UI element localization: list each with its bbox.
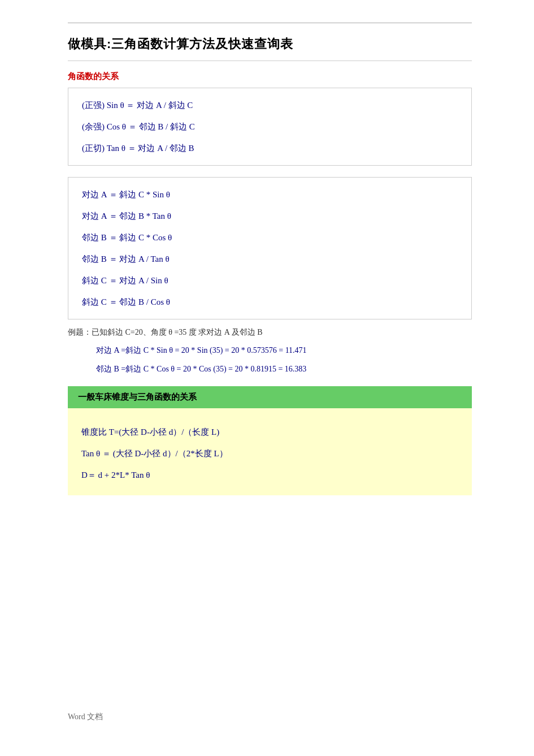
taper-header-box: 一般车床锥度与三角函数的关系 xyxy=(68,386,472,408)
derived-formula-1: 对边 A ＝ 斜边 C * Sin θ xyxy=(82,188,458,201)
example-title: 例题：已知斜边 C=20、角度 θ =35 度 求对边 A 及邻边 B xyxy=(68,327,472,338)
title-divider xyxy=(68,61,472,61)
footer-text: Word 文档 xyxy=(68,712,103,722)
taper-formula-2: Tan θ ＝ (大径 D-小径 d）/（2*长度 L） xyxy=(81,447,458,460)
trig-formula-1: (正强) Sin θ ＝ 对边 A / 斜边 C xyxy=(82,98,458,112)
trig-heading: 角函数的关系 xyxy=(68,71,472,82)
derived-formula-6: 斜边 C ＝ 邻边 B / Cos θ xyxy=(82,295,458,309)
example-section: 例题：已知斜边 C=20、角度 θ =35 度 求对边 A 及邻边 B 对边 A… xyxy=(68,327,472,376)
trig-formula-3: (正切) Tan θ ＝ 对边 A / 邻边 B xyxy=(82,141,458,155)
trig-formula-box: (正强) Sin θ ＝ 对边 A / 斜边 C (余强) Cos θ ＝ 邻边… xyxy=(68,88,472,166)
derived-formula-2: 对边 A ＝ 邻边 B * Tan θ xyxy=(82,209,458,223)
taper-formula-3: D＝ d + 2*L* Tan θ xyxy=(81,468,458,482)
example-calc-2: 邻边 B =斜边 C * Cos θ = 20 * Cos (35) = 20 … xyxy=(68,362,472,376)
taper-yellow-box: 锥度比 T=(大径 D-小径 d）/（长度 L) Tan θ ＝ (大径 D-小… xyxy=(68,408,472,495)
taper-section: 一般车床锥度与三角函数的关系 锥度比 T=(大径 D-小径 d）/（长度 L) … xyxy=(68,386,472,495)
taper-heading: 一般车床锥度与三角函数的关系 xyxy=(78,392,197,401)
derived-formula-5: 斜边 C ＝ 对边 A / Sin θ xyxy=(82,274,458,287)
top-divider xyxy=(68,23,472,23)
derived-formula-3: 邻边 B ＝ 斜边 C * Cos θ xyxy=(82,231,458,244)
example-calc-1: 对边 A =斜边 C * Sin θ = 20 * Sin (35) = 20 … xyxy=(68,343,472,357)
trig-formula-2: (余强) Cos θ ＝ 邻边 B / 斜边 C xyxy=(82,120,458,133)
derived-formula-box: 对边 A ＝ 斜边 C * Sin θ 对边 A ＝ 邻边 B * Tan θ … xyxy=(68,177,472,319)
page-title: 做模具:三角函数计算方法及快速查询表 xyxy=(68,36,472,53)
page-container: 做模具:三角函数计算方法及快速查询表 角函数的关系 (正强) Sin θ ＝ 对… xyxy=(0,0,534,756)
taper-formula-1: 锥度比 T=(大径 D-小径 d）/（长度 L) xyxy=(81,425,458,439)
derived-formula-4: 邻边 B ＝ 对边 A / Tan θ xyxy=(82,252,458,266)
